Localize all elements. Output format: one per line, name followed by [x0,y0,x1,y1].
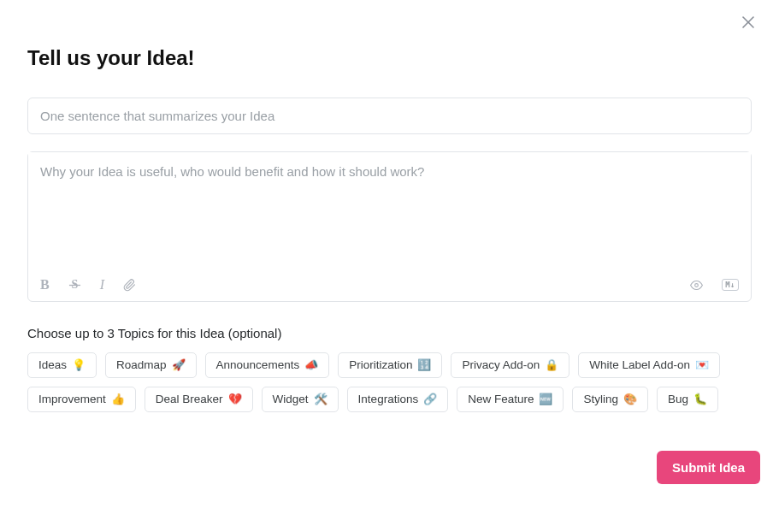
topic-label: Improvement [38,393,106,406]
topic-label: New Feature [468,393,534,406]
topic-label: Ideas [38,358,67,372]
topic-chip[interactable]: Widget🛠️ [262,387,339,412]
topic-chip[interactable]: Integrations🔗 [347,387,449,412]
topic-label: Roadmap [116,358,167,372]
topic-emoji-icon: 🔒 [545,358,558,372]
topic-label: White Label Add-on [589,358,690,372]
close-button[interactable] [740,15,757,33]
topic-emoji-icon: 🎨 [623,393,637,406]
topic-chip[interactable]: Ideas💡 [27,352,97,378]
strikethrough-button[interactable]: S [68,279,81,292]
topic-chip[interactable]: Privacy Add-on🔒 [451,352,569,378]
preview-button[interactable] [690,279,703,292]
topic-label: Widget [273,393,309,406]
topic-chip[interactable]: Roadmap🚀 [105,352,197,378]
topic-label: Integrations [358,393,419,406]
topic-label: Styling [583,393,618,406]
topics-label: Choose up to 3 Topics for this Idea (opt… [27,326,752,340]
topic-chip[interactable]: White Label Add-on💌 [578,352,720,378]
submit-area: Submit Idea [657,451,760,484]
topic-emoji-icon: 👍 [111,393,125,406]
idea-description-textarea[interactable] [28,152,751,272]
topic-chip[interactable]: Deal Breaker💔 [145,387,253,412]
topic-emoji-icon: 🆕 [539,393,552,406]
idea-form: Tell us your Idea! B S I M↓ Choos [0,0,779,440]
markdown-badge[interactable]: M↓ [722,279,739,291]
idea-description-editor: B S I M↓ [27,151,752,302]
italic-button[interactable]: I [100,277,104,293]
topic-label: Privacy Add-on [462,358,540,372]
svg-point-4 [695,283,699,287]
topic-emoji-icon: 💡 [72,358,86,372]
submit-idea-button[interactable]: Submit Idea [657,451,760,484]
topic-emoji-icon: 🛠️ [314,393,328,406]
topic-label: Prioritization [349,358,412,372]
idea-summary-input[interactable] [27,98,752,134]
topic-emoji-icon: 🔢 [417,358,431,372]
topic-label: Bug [668,393,688,406]
topic-emoji-icon: 💌 [695,358,709,372]
topic-chip[interactable]: Improvement👍 [27,387,136,412]
topic-emoji-icon: 🐛 [693,393,707,406]
toolbar-left: B S I [40,277,136,293]
close-icon [741,15,755,33]
topic-chip[interactable]: Styling🎨 [572,387,648,412]
topic-chip[interactable]: Announcements📣 [205,352,330,378]
toolbar-right: M↓ [690,279,739,292]
topic-emoji-icon: 💔 [228,393,242,406]
topic-emoji-icon: 🔗 [423,393,437,406]
topic-label: Announcements [216,358,300,372]
topic-emoji-icon: 🚀 [172,358,186,372]
bold-button[interactable]: B [40,277,50,293]
topics-list: Ideas💡Roadmap🚀Announcements📣Prioritizati… [27,352,752,412]
topic-chip[interactable]: Bug🐛 [657,387,718,412]
topic-chip[interactable]: New Feature🆕 [457,387,564,412]
topic-label: Deal Breaker [156,393,223,406]
editor-toolbar: B S I M↓ [28,272,751,301]
attachment-button[interactable] [123,279,136,292]
topic-chip[interactable]: Prioritization🔢 [338,352,442,378]
topic-emoji-icon: 📣 [304,358,318,372]
page-title: Tell us your Idea! [27,46,752,70]
